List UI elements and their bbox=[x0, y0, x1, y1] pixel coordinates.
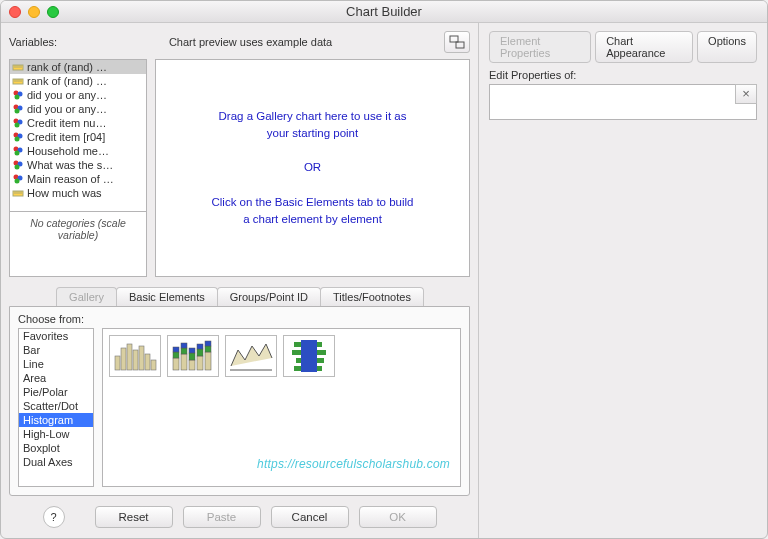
variable-label: Household me… bbox=[27, 145, 109, 157]
titlebar: Chart Builder bbox=[1, 1, 767, 23]
close-window-icon[interactable] bbox=[9, 6, 21, 18]
svg-rect-61 bbox=[301, 340, 317, 372]
chart-type-item[interactable]: Dual Axes bbox=[19, 455, 93, 469]
svg-rect-64 bbox=[292, 350, 301, 355]
nominal-icon bbox=[12, 131, 24, 143]
choose-from-label: Choose from: bbox=[18, 313, 461, 325]
tab-titles-footnotes[interactable]: Titles/Footnotes bbox=[320, 287, 424, 306]
histogram-thumb-3[interactable] bbox=[225, 335, 277, 377]
tab-element-properties[interactable]: Element Properties bbox=[489, 31, 591, 63]
svg-rect-46 bbox=[173, 352, 179, 358]
histogram-thumb-1[interactable] bbox=[109, 335, 161, 377]
variable-label: What was the s… bbox=[27, 159, 113, 171]
dialog-buttons: ? Reset Paste Cancel OK bbox=[9, 506, 470, 528]
svg-rect-66 bbox=[296, 358, 301, 363]
gallery-tabs: Gallery Basic Elements Groups/Point ID T… bbox=[9, 287, 470, 306]
variable-item[interactable]: did you or any… bbox=[10, 88, 146, 102]
variable-item[interactable]: rank of (rand) … bbox=[10, 60, 146, 74]
nominal-icon bbox=[12, 89, 24, 101]
variables-list[interactable]: rank of (rand) …rank of (rand) …did you … bbox=[9, 59, 147, 277]
svg-rect-1 bbox=[456, 42, 464, 48]
variable-label: Credit item nu… bbox=[27, 117, 106, 129]
svg-rect-45 bbox=[173, 358, 179, 370]
svg-rect-40 bbox=[127, 344, 132, 370]
window-controls bbox=[9, 6, 59, 18]
svg-rect-52 bbox=[189, 353, 195, 360]
chart-type-item[interactable]: Favorites bbox=[19, 329, 93, 343]
variable-item[interactable]: What was the s… bbox=[10, 158, 146, 172]
variable-label: rank of (rand) … bbox=[27, 61, 107, 73]
variable-label: How much was bbox=[27, 187, 102, 199]
variable-item[interactable]: Credit item [r04] bbox=[10, 130, 146, 144]
chart-type-item[interactable]: Boxplot bbox=[19, 441, 93, 455]
reset-button[interactable]: Reset bbox=[95, 506, 173, 528]
window-title: Chart Builder bbox=[346, 4, 422, 19]
svg-point-26 bbox=[15, 151, 20, 156]
clear-properties-button[interactable]: × bbox=[735, 84, 757, 104]
nominal-icon bbox=[12, 145, 24, 157]
variable-item[interactable]: rank of (rand) … bbox=[10, 74, 146, 88]
chart-type-item[interactable]: Histogram bbox=[19, 413, 93, 427]
nominal-icon bbox=[12, 103, 24, 115]
svg-rect-0 bbox=[450, 36, 458, 42]
svg-rect-56 bbox=[197, 344, 203, 349]
svg-rect-53 bbox=[189, 348, 195, 353]
svg-rect-67 bbox=[317, 358, 324, 363]
svg-rect-41 bbox=[133, 350, 138, 370]
variable-item[interactable]: Credit item nu… bbox=[10, 116, 146, 130]
variable-item[interactable]: Main reason of … bbox=[10, 172, 146, 186]
variable-item[interactable]: How much was bbox=[10, 186, 146, 200]
left-pane: Variables: Chart preview uses example da… bbox=[1, 23, 479, 538]
chart-type-list[interactable]: FavoritesBarLineAreaPie/PolarScatter/Dot… bbox=[18, 328, 94, 487]
chart-type-item[interactable]: High-Low bbox=[19, 427, 93, 441]
svg-rect-49 bbox=[181, 348, 187, 354]
tab-options[interactable]: Options bbox=[697, 31, 757, 63]
svg-rect-69 bbox=[317, 366, 322, 371]
svg-point-32 bbox=[15, 179, 20, 184]
chart-type-item[interactable]: Pie/Polar bbox=[19, 385, 93, 399]
scale-icon bbox=[12, 61, 24, 73]
chart-type-item[interactable]: Area bbox=[19, 371, 93, 385]
help-button[interactable]: ? bbox=[43, 506, 65, 528]
zoom-window-icon[interactable] bbox=[47, 6, 59, 18]
svg-rect-62 bbox=[294, 342, 301, 347]
tab-groups-point-id[interactable]: Groups/Point ID bbox=[217, 287, 321, 306]
right-pane: Element Properties Chart Appearance Opti… bbox=[479, 23, 767, 538]
tab-chart-appearance[interactable]: Chart Appearance bbox=[595, 31, 693, 63]
histogram-thumb-4[interactable] bbox=[283, 335, 335, 377]
chart-type-item[interactable]: Line bbox=[19, 357, 93, 371]
edit-properties-label: Edit Properties of: bbox=[489, 69, 757, 81]
tab-gallery[interactable]: Gallery bbox=[56, 287, 117, 306]
minimize-window-icon[interactable] bbox=[28, 6, 40, 18]
svg-rect-42 bbox=[139, 346, 144, 370]
variable-label: did you or any… bbox=[27, 89, 107, 101]
variable-label: did you or any… bbox=[27, 103, 107, 115]
variable-item[interactable]: Household me… bbox=[10, 144, 146, 158]
tab-basic-elements[interactable]: Basic Elements bbox=[116, 287, 218, 306]
scale-icon bbox=[12, 75, 24, 87]
svg-rect-68 bbox=[294, 366, 301, 371]
variable-label: Credit item [r04] bbox=[27, 131, 105, 143]
swap-axes-button[interactable] bbox=[444, 31, 470, 53]
paste-button[interactable]: Paste bbox=[183, 506, 261, 528]
chart-type-item[interactable]: Bar bbox=[19, 343, 93, 357]
svg-point-17 bbox=[15, 109, 20, 114]
nominal-icon bbox=[12, 173, 24, 185]
chart-builder-window: Chart Builder Variables: Chart preview u… bbox=[0, 0, 768, 539]
edit-properties-field[interactable]: × bbox=[489, 84, 757, 120]
cancel-button[interactable]: Cancel bbox=[271, 506, 349, 528]
svg-rect-43 bbox=[145, 354, 150, 370]
svg-rect-44 bbox=[151, 360, 156, 370]
svg-point-29 bbox=[15, 165, 20, 170]
chart-type-item[interactable]: Scatter/Dot bbox=[19, 399, 93, 413]
histogram-thumb-2[interactable] bbox=[167, 335, 219, 377]
svg-rect-63 bbox=[317, 342, 322, 347]
ok-button[interactable]: OK bbox=[359, 506, 437, 528]
svg-rect-65 bbox=[317, 350, 326, 355]
chart-canvas[interactable]: Drag a Gallery chart here to use it as y… bbox=[155, 59, 470, 277]
variable-item[interactable]: did you or any… bbox=[10, 102, 146, 116]
variable-label: rank of (rand) … bbox=[27, 75, 107, 87]
svg-rect-47 bbox=[173, 347, 179, 352]
svg-point-20 bbox=[15, 123, 20, 128]
gallery-thumbnails: https://resourcefulscholarshub.com bbox=[102, 328, 461, 487]
